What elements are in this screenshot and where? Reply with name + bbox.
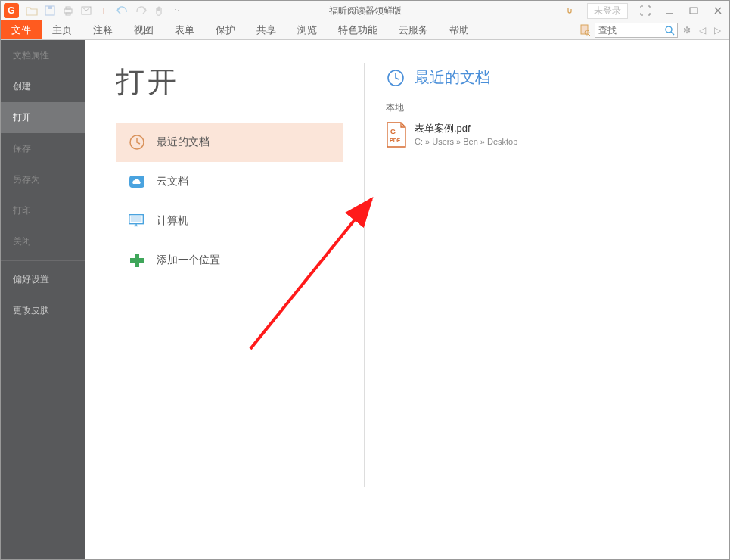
gear-icon[interactable]: ✻ bbox=[681, 24, 693, 36]
open-icon[interactable] bbox=[25, 4, 39, 17]
sidebar-item-save[interactable]: 保存 bbox=[1, 133, 85, 164]
sidebar-item-skin[interactable]: 更改皮肤 bbox=[1, 295, 85, 326]
find-box bbox=[595, 23, 678, 38]
svg-rect-2 bbox=[64, 9, 72, 13]
tab-file[interactable]: 文件 bbox=[1, 20, 42, 39]
location-label: 计算机 bbox=[157, 214, 188, 228]
sidebar-item-saveas[interactable]: 另存为 bbox=[1, 164, 85, 195]
svg-text:T: T bbox=[101, 5, 107, 16]
touch-mode-icon[interactable] bbox=[563, 4, 576, 17]
find-input[interactable] bbox=[595, 25, 662, 36]
tab-protect[interactable]: 保护 bbox=[205, 20, 246, 39]
app-logo: G bbox=[4, 3, 19, 18]
email-icon[interactable] bbox=[79, 4, 93, 17]
location-label: 云文档 bbox=[157, 175, 188, 188]
location-cloud[interactable]: 云文档 bbox=[116, 162, 343, 201]
svg-line-13 bbox=[671, 32, 674, 35]
sidebar-item-docprops[interactable]: 文档属性 bbox=[1, 40, 85, 71]
tab-browse[interactable]: 浏览 bbox=[287, 20, 328, 39]
minimize-icon[interactable] bbox=[663, 4, 676, 17]
text-icon[interactable]: T bbox=[98, 4, 111, 17]
next-icon[interactable]: ▷ bbox=[711, 24, 723, 36]
clock-icon bbox=[128, 133, 146, 151]
close-icon[interactable] bbox=[711, 4, 725, 17]
tab-help[interactable]: 帮助 bbox=[439, 20, 480, 39]
cloud-icon bbox=[128, 173, 146, 191]
sidebar-separator bbox=[1, 260, 85, 261]
svg-rect-1 bbox=[48, 6, 52, 9]
recent-section-label: 本地 bbox=[386, 101, 729, 114]
sidebar-item-close[interactable]: 关闭 bbox=[1, 226, 85, 257]
redo-icon[interactable] bbox=[134, 4, 148, 17]
file-name: 表单案例.pdf bbox=[415, 122, 517, 135]
location-label: 添加一个位置 bbox=[157, 254, 220, 267]
svg-rect-4 bbox=[66, 13, 70, 15]
quick-access-toolbar: T bbox=[25, 4, 184, 17]
sidebar-item-create[interactable]: 创建 bbox=[1, 71, 85, 102]
prev-icon[interactable]: ◁ bbox=[696, 24, 708, 36]
ribbon-tabs: 文件 主页 注释 视图 表单 保护 共享 浏览 特色功能 云服务 帮助 ✻ ◁ … bbox=[1, 20, 729, 40]
svg-rect-8 bbox=[690, 8, 697, 14]
backstage: 文档属性 创建 打开 保存 另存为 打印 关闭 偏好设置 更改皮肤 打开 最近的… bbox=[1, 40, 729, 559]
undo-icon[interactable] bbox=[116, 4, 129, 17]
tab-view[interactable]: 视图 bbox=[123, 20, 164, 39]
location-label: 最近的文档 bbox=[157, 135, 210, 149]
open-locations: 打开 最近的文档 云文档 计算机 添加一个位置 bbox=[116, 63, 343, 559]
recent-file-item[interactable]: GPDF 表单案例.pdf C: » Users » Ben » Desktop bbox=[386, 119, 729, 149]
tab-share[interactable]: 共享 bbox=[246, 20, 287, 39]
titlebar: G T 福昕阅读器领鲜版 未登录 bbox=[1, 1, 729, 20]
search-icon[interactable] bbox=[662, 23, 677, 37]
recent-heading: 最近的文档 bbox=[386, 67, 729, 88]
svg-rect-21 bbox=[130, 258, 144, 263]
tab-features[interactable]: 特色功能 bbox=[328, 20, 388, 39]
svg-text:PDF: PDF bbox=[390, 138, 401, 143]
svg-line-11 bbox=[589, 34, 591, 36]
window-controls: 未登录 bbox=[563, 1, 725, 20]
login-button[interactable]: 未登录 bbox=[587, 3, 628, 19]
backstage-content: 打开 最近的文档 云文档 计算机 添加一个位置 bbox=[85, 40, 729, 559]
location-computer[interactable]: 计算机 bbox=[116, 201, 343, 241]
file-sidebar: 文档属性 创建 打开 保存 另存为 打印 关闭 偏好设置 更改皮肤 bbox=[1, 40, 85, 559]
page-heading: 打开 bbox=[116, 63, 343, 101]
file-path: C: » Users » Ben » Desktop bbox=[415, 137, 517, 146]
fullscreen-icon[interactable] bbox=[638, 4, 652, 17]
tab-cloud[interactable]: 云服务 bbox=[388, 20, 439, 39]
save-icon[interactable] bbox=[43, 4, 57, 17]
tab-form[interactable]: 表单 bbox=[164, 20, 205, 39]
sidebar-item-preferences[interactable]: 偏好设置 bbox=[1, 264, 85, 295]
vertical-divider bbox=[364, 63, 365, 487]
svg-text:G: G bbox=[390, 128, 396, 135]
location-recent[interactable]: 最近的文档 bbox=[116, 123, 343, 162]
plus-icon bbox=[128, 251, 146, 269]
svg-rect-17 bbox=[131, 216, 142, 222]
qat-dropdown-icon[interactable] bbox=[170, 4, 184, 17]
recent-panel: 最近的文档 本地 GPDF 表单案例.pdf C: » Users » Ben … bbox=[386, 63, 729, 559]
tab-home[interactable]: 主页 bbox=[42, 20, 82, 39]
sidebar-item-open[interactable]: 打开 bbox=[1, 102, 85, 133]
svg-point-12 bbox=[666, 26, 672, 33]
tab-annotate[interactable]: 注释 bbox=[82, 20, 123, 39]
hand-icon[interactable] bbox=[152, 4, 166, 17]
maximize-icon[interactable] bbox=[687, 4, 700, 17]
clock-icon bbox=[386, 68, 405, 88]
recent-title: 最近的文档 bbox=[415, 67, 490, 88]
print-icon[interactable] bbox=[61, 4, 75, 17]
pdf-file-icon: GPDF bbox=[386, 122, 407, 146]
svg-rect-9 bbox=[581, 25, 588, 34]
sidebar-item-print[interactable]: 打印 bbox=[1, 195, 85, 226]
search-doc-icon[interactable] bbox=[579, 24, 592, 36]
location-add[interactable]: 添加一个位置 bbox=[116, 241, 343, 280]
svg-rect-3 bbox=[66, 7, 70, 9]
computer-icon bbox=[128, 212, 146, 230]
